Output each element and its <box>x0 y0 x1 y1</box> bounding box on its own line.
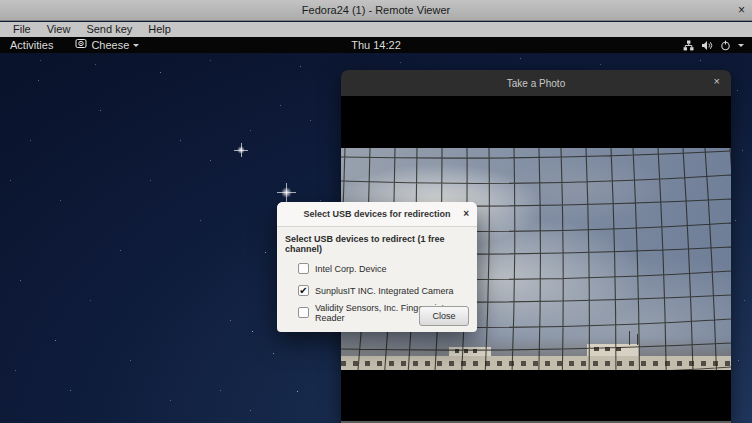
photo-window-title: Take a Photo <box>507 78 565 89</box>
photo-window-titlebar[interactable]: Take a Photo × <box>341 70 731 96</box>
power-icon <box>720 40 731 51</box>
menu-send-key[interactable]: Send key <box>81 22 137 37</box>
close-icon[interactable]: × <box>714 75 720 87</box>
app-menu-label: Cheese <box>91 39 129 51</box>
checkbox[interactable] <box>298 307 309 318</box>
device-label: Intel Corp. Device <box>315 264 387 274</box>
volume-icon <box>701 40 713 51</box>
window-title: Fedora24 (1) - Remote Viewer <box>302 4 450 16</box>
menu-help[interactable]: Help <box>143 22 176 37</box>
clock[interactable]: Thu 14:22 <box>351 37 401 53</box>
checkbox-checked[interactable]: ✔ <box>298 285 309 296</box>
cheese-app-icon <box>75 38 87 52</box>
close-button[interactable]: Close <box>419 306 469 326</box>
menu-file[interactable]: File <box>8 22 36 37</box>
close-icon[interactable]: × <box>738 1 745 20</box>
dialog-title: Select USB devices for redirection <box>303 209 450 219</box>
close-icon[interactable]: × <box>463 208 469 219</box>
dialog-heading: Select USB devices to redirect (1 free c… <box>285 234 469 254</box>
starfield <box>0 53 1 54</box>
chevron-down-icon <box>133 44 139 50</box>
bright-star <box>237 146 245 154</box>
device-label: SunplusIT INC. Integrated Camera <box>315 286 453 296</box>
checkbox[interactable] <box>298 263 309 274</box>
device-row-intel[interactable]: Intel Corp. Device <box>298 262 469 275</box>
vm-top-bar: Activities Cheese Thu 14:22 <box>0 37 752 53</box>
network-icon <box>683 40 694 51</box>
activities-button[interactable]: Activities <box>10 37 53 53</box>
menu-bar: File View Send key Help <box>0 22 752 37</box>
usb-redirect-dialog: Select USB devices for redirection × Sel… <box>277 202 477 332</box>
menu-view[interactable]: View <box>42 22 76 37</box>
remote-viewer-titlebar: Fedora24 (1) - Remote Viewer × <box>0 0 752 21</box>
chevron-down-icon <box>738 44 744 50</box>
device-row-sunplusit-camera[interactable]: ✔ SunplusIT INC. Integrated Camera <box>298 284 469 297</box>
dialog-titlebar[interactable]: Select USB devices for redirection × <box>277 202 477 227</box>
system-status-area[interactable] <box>683 37 744 53</box>
app-menu-cheese[interactable]: Cheese <box>75 38 139 52</box>
bright-star <box>281 187 292 198</box>
